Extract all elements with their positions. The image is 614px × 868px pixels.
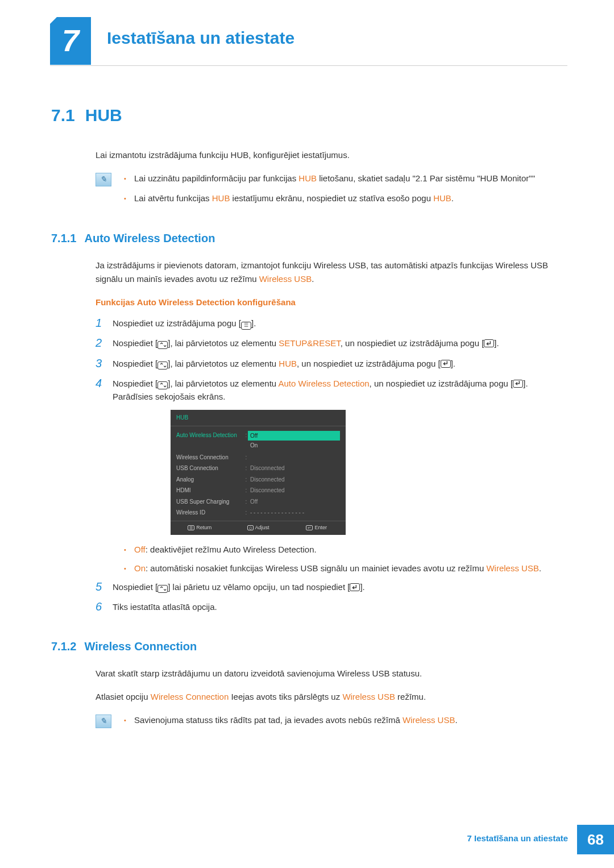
subsection-title: Auto Wireless Detection <box>84 230 215 247</box>
subsection-paragraph: Ja izstrādājums ir pievienots datoram, i… <box>96 259 567 285</box>
section-title: HUB <box>85 102 122 129</box>
updown-icon: ◇ <box>247 525 254 531</box>
footer-chapter-number: 7 <box>467 833 471 843</box>
updown-icon <box>157 362 168 369</box>
osd-row: Analog:Disconnected <box>176 474 340 485</box>
osd-option-active: Off <box>248 431 340 441</box>
osd-title: HUB <box>171 410 346 426</box>
updown-icon <box>157 341 168 349</box>
step-item: 2 Nospiediet [], lai pārvietotos uz elem… <box>96 337 567 350</box>
step-item: 3 Nospiediet [], lai pārvietotos uz elem… <box>96 357 567 370</box>
divider <box>50 65 567 66</box>
note-block: ✎ Savienojuma statuss tiks rādīts pat ta… <box>96 713 567 733</box>
subsection-title: Wireless Connection <box>84 638 197 655</box>
subsection-heading: 7.1.1 Auto Wireless Detection <box>51 230 567 247</box>
osd-row: HDMI:Disconnected <box>176 485 340 496</box>
option-off: Off: deaktivējiet režīmu Auto Wireless D… <box>124 543 567 556</box>
enter-icon: ↵ <box>306 525 313 531</box>
subsection-heading: 7.1.2 Wireless Connection <box>51 638 567 655</box>
step-list-cont: 5 Nospiediet [] lai pārietu uz vēlamo op… <box>96 580 567 614</box>
note-block: ✎ Lai uzzinātu papildinformāciju par fun… <box>96 172 567 212</box>
footer-chapter-title: Iestatīšana un atiestate <box>474 833 568 843</box>
osd-footer: ☰Return ◇Adjust ↵Enter <box>171 521 346 535</box>
osd-row: USB Super Charging:Off <box>176 496 340 508</box>
enter-icon <box>441 360 451 368</box>
step-item: 6 Tiks iestatīta atlasītā opcija. <box>96 600 567 613</box>
step-item: 5 Nospiediet [] lai pārietu uz vēlamo op… <box>96 580 567 593</box>
menu-icon: ☰ <box>188 525 194 531</box>
page-content: 7.1 HUB Lai izmantotu izstrādājuma funkc… <box>51 102 567 744</box>
step-item: 4 Nospiediet [], lai pārvietotos uz elem… <box>96 377 567 404</box>
chapter-number-tab: 7 <box>50 17 91 65</box>
osd-panel: HUB Auto Wireless Detection: Off On Wire… <box>171 410 346 534</box>
osd-row: Wireless ID:- - - - - - - - - - - - - - … <box>176 507 340 518</box>
subsection-paragraph: Atlasiet opciju Wireless Connection Ieej… <box>96 690 567 703</box>
enter-icon <box>484 339 494 347</box>
osd-row: Wireless Connection: <box>176 452 340 463</box>
intro-paragraph: Lai izmantotu izstrādājuma funkciju HUB,… <box>96 148 567 161</box>
config-heading: Funkcijas Auto Wireless Detection konfig… <box>96 296 567 309</box>
chapter-title: Iestatīšana un atiestate <box>107 25 294 52</box>
page-footer: 7 Iestatīšana un atiestate 68 <box>458 825 614 854</box>
updown-icon <box>157 585 168 593</box>
section-number: 7.1 <box>51 102 75 129</box>
step-list: 1 Nospiediet uz izstrādājuma pogu []. 2 … <box>96 317 567 403</box>
osd-row: USB Connection:Disconnected <box>176 463 340 474</box>
enter-icon <box>513 380 523 388</box>
osd-row-selected: Auto Wireless Detection: Off On <box>176 430 340 452</box>
note-item: Lai uzzinātu papildinformāciju par funkc… <box>124 172 535 185</box>
subsection-paragraph: Varat skatīt starp izstrādājumu un dator… <box>96 667 567 680</box>
note-icon: ✎ <box>96 715 111 728</box>
osd-option: On <box>248 441 340 451</box>
section-heading: 7.1 HUB <box>51 102 567 129</box>
step-item: 1 Nospiediet uz izstrādājuma pogu []. <box>96 317 567 330</box>
note-icon: ✎ <box>96 173 111 186</box>
option-description-list: Off: deaktivējiet režīmu Auto Wireless D… <box>124 543 567 575</box>
subsection-number: 7.1.2 <box>51 638 76 655</box>
note-item: Savienojuma statuss tiks rādīts pat tad,… <box>124 713 458 726</box>
option-on: On: automātiski nosakiet funkcijas Wirel… <box>124 562 567 575</box>
note-item: Lai atvērtu funkcijas HUB iestatījumu ek… <box>124 192 535 205</box>
updown-icon <box>157 381 168 389</box>
menu-icon <box>241 322 251 330</box>
subsection-number: 7.1.1 <box>51 230 76 247</box>
enter-icon <box>350 583 360 591</box>
page-number: 68 <box>577 825 614 854</box>
